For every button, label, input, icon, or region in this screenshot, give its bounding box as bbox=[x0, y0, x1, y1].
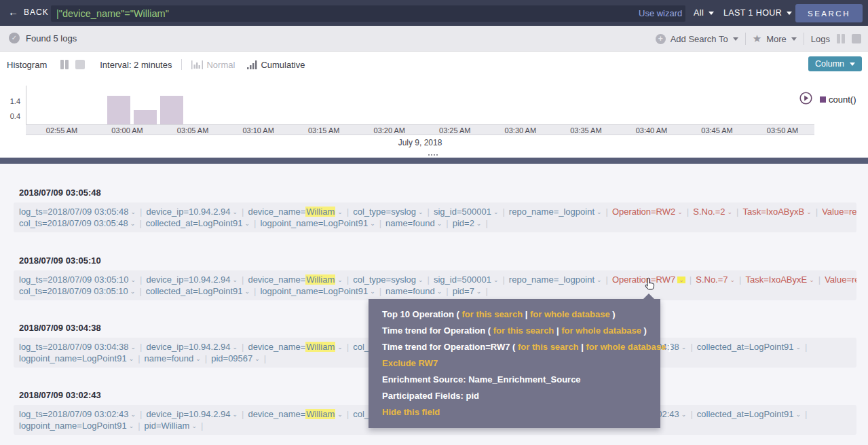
field-dropdown-caret-icon[interactable]: ⌄ bbox=[130, 288, 136, 295]
full-view-icon[interactable] bbox=[75, 60, 85, 69]
field-dropdown-caret-icon[interactable]: ⌄ bbox=[129, 423, 134, 429]
field-dropdown-caret-icon[interactable]: ⌄ bbox=[232, 277, 238, 283]
cumulative-toggle[interactable]: Cumulative bbox=[247, 60, 305, 70]
context-menu-link[interactable]: for whole database bbox=[561, 325, 641, 336]
field-dropdown-caret-icon[interactable]: ⌄ bbox=[232, 344, 238, 351]
log-field-device_ip[interactable]: device_ip=10.94.2.94⌄ bbox=[147, 274, 238, 285]
field-dropdown-caret-icon[interactable]: ⌄ bbox=[493, 209, 499, 215]
histogram-bar[interactable] bbox=[134, 110, 157, 124]
field-dropdown-caret-icon[interactable]: ⌄ bbox=[681, 344, 687, 351]
log-field-logpoint_name[interactable]: logpoint_name=LogPoint91⌄ bbox=[260, 218, 375, 228]
field-dropdown-caret-icon[interactable]: ⌄ bbox=[796, 411, 801, 418]
log-field-device_name[interactable]: device_name=William⌄ bbox=[248, 342, 342, 352]
log-field-pid[interactable]: pid=7⌄ bbox=[453, 286, 482, 296]
log-field-device_ip[interactable]: device_ip=10.94.2.94⌄ bbox=[147, 207, 238, 217]
field-dropdown-caret-icon[interactable]: ⌄ bbox=[796, 344, 801, 351]
field-dropdown-caret-icon[interactable]: ⌄ bbox=[337, 209, 343, 215]
field-dropdown-caret-icon[interactable]: ⌄ bbox=[418, 277, 423, 283]
log-field-log_ts[interactable]: log_ts=2018/07/09 03:04:38⌄ bbox=[19, 342, 136, 352]
log-field-device_ip[interactable]: device_ip=10.94.2.94⌄ bbox=[147, 342, 238, 352]
field-dropdown-caret-icon[interactable]: ⌄ bbox=[191, 423, 197, 429]
field-dropdown-caret-icon[interactable]: ⌄ bbox=[681, 411, 687, 418]
log-field-log_ts[interactable]: log_ts=2018/07/09 03:05:10⌄ bbox=[19, 274, 136, 285]
log-field-col_ts[interactable]: col_ts=2018/07/09 03:05:48⌄ bbox=[19, 218, 135, 228]
field-dropdown-caret-icon[interactable]: ⌄ bbox=[806, 209, 812, 215]
field-dropdown-caret-icon[interactable]: ⌄ bbox=[728, 209, 733, 215]
list-view-icon[interactable] bbox=[837, 34, 845, 43]
log-field-name[interactable]: name=found⌄ bbox=[385, 218, 442, 228]
log-field-sig_id[interactable]: sig_id=500001⌄ bbox=[434, 207, 499, 217]
log-field-col_type[interactable]: col_type=syslog⌄ bbox=[353, 207, 423, 217]
log-field-logpoint_name[interactable]: logpoint_name=LogPoint91⌄ bbox=[19, 353, 134, 363]
column-type-dropdown[interactable]: Column bbox=[808, 56, 862, 71]
field-dropdown-caret-icon[interactable]: ⌄ bbox=[131, 209, 136, 215]
log-field-pid[interactable]: pid=09567⌄ bbox=[211, 353, 260, 363]
log-field-collected_at[interactable]: collected_at=LogPoint91⌄ bbox=[146, 286, 250, 296]
log-field-col_ts[interactable]: col_ts=2018/07/09 03:05:10⌄ bbox=[19, 286, 135, 296]
field-dropdown-caret-icon[interactable]: ⌄ bbox=[245, 288, 250, 295]
field-dropdown-caret-icon[interactable]: ⌄ bbox=[232, 411, 238, 418]
log-field-collected_at[interactable]: collected_at=LogPoint91⌄ bbox=[697, 409, 801, 419]
field-dropdown-caret-icon[interactable]: ⌄ bbox=[245, 220, 250, 227]
context-menu-link[interactable]: for whole database bbox=[586, 342, 666, 352]
log-field-S.No.[interactable]: S.No.=2⌄ bbox=[693, 207, 732, 217]
field-dropdown-caret-icon[interactable]: ⌄ bbox=[130, 220, 136, 227]
time-range-dropdown[interactable]: LAST 1 HOUR bbox=[723, 8, 792, 18]
field-dropdown-caret-icon[interactable]: ⌄ bbox=[437, 220, 442, 227]
back-button[interactable]: ← BACK bbox=[8, 7, 49, 17]
log-field-device_name[interactable]: device_name=William⌄ bbox=[248, 409, 342, 419]
split-view-icon[interactable] bbox=[60, 60, 69, 69]
field-dropdown-caret-icon[interactable]: ⌄ bbox=[809, 277, 814, 283]
field-dropdown-caret-icon[interactable]: ⌄ bbox=[131, 277, 136, 283]
use-wizard-link[interactable]: Use wizard bbox=[639, 8, 682, 18]
log-field-Operation[interactable]: Operation=RW2⌄ bbox=[612, 207, 683, 217]
log-field-name[interactable]: name=found⌄ bbox=[385, 286, 442, 296]
log-field-pid[interactable]: pid=2⌄ bbox=[453, 218, 482, 228]
log-field-logpoint_name[interactable]: logpoint_name=LogPoint91⌄ bbox=[19, 421, 134, 431]
log-field-device_name[interactable]: device_name=William⌄ bbox=[248, 274, 342, 285]
log-field-col_type[interactable]: col_type=syslog⌄ bbox=[353, 274, 423, 285]
log-field-pid[interactable]: pid=William⌄ bbox=[145, 421, 197, 431]
field-dropdown-caret-icon[interactable]: ⌄ bbox=[677, 209, 683, 215]
field-dropdown-caret-icon[interactable]: ⌄ bbox=[131, 411, 136, 418]
scope-dropdown[interactable]: All bbox=[694, 8, 714, 18]
field-dropdown-caret-icon[interactable]: ⌄ bbox=[597, 209, 602, 215]
log-field-S.No.[interactable]: S.No.=7⌄ bbox=[696, 274, 735, 285]
field-dropdown-caret-icon[interactable]: ⌄ bbox=[476, 220, 482, 227]
log-field-Task[interactable]: Task=IxoAByxB⌄ bbox=[743, 207, 812, 217]
context-menu-link[interactable]: Hide this field bbox=[382, 407, 440, 417]
x-axis-scroll-strip[interactable] bbox=[26, 124, 814, 135]
field-dropdown-caret-icon[interactable]: ⌄ bbox=[730, 277, 736, 283]
field-dropdown-caret-icon[interactable]: ⌄ bbox=[337, 411, 343, 418]
context-menu-link[interactable]: for this search bbox=[493, 325, 554, 336]
log-field-device_name[interactable]: device_name=William⌄ bbox=[248, 207, 342, 217]
log-field-Task[interactable]: Task=IxoAByxE⌄ bbox=[746, 274, 814, 285]
field-dropdown-caret-icon[interactable]: ⌄ bbox=[437, 288, 442, 295]
log-field-Value[interactable]: Value=read2⌄ bbox=[822, 207, 856, 217]
log-field-collected_at[interactable]: collected_at=LogPoint91⌄ bbox=[697, 342, 801, 352]
field-dropdown-caret-icon[interactable]: ⌄ bbox=[195, 355, 201, 362]
log-field-repo_name[interactable]: repo_name=_logpoint⌄ bbox=[509, 274, 602, 285]
field-dropdown-caret-icon[interactable]: ⌄ bbox=[370, 220, 375, 227]
field-dropdown-caret-icon[interactable]: ⌄ bbox=[232, 209, 238, 215]
more-button[interactable]: ★ More bbox=[753, 33, 797, 45]
log-field-device_ip[interactable]: device_ip=10.94.2.94⌄ bbox=[147, 409, 238, 419]
histogram-bar[interactable] bbox=[160, 96, 183, 124]
log-field-name[interactable]: name=found⌄ bbox=[145, 353, 201, 363]
normal-toggle[interactable]: Normal bbox=[191, 60, 235, 70]
log-field-Operation[interactable]: Operation=RW7⌄ bbox=[612, 274, 685, 285]
context-menu-link[interactable]: for whole database bbox=[530, 309, 610, 319]
log-field-collected_at[interactable]: collected_at=LogPoint91⌄ bbox=[146, 218, 250, 228]
field-dropdown-caret-icon[interactable]: ⌄ bbox=[254, 355, 260, 362]
log-field-sig_id[interactable]: sig_id=500001⌄ bbox=[434, 274, 499, 285]
context-menu-link[interactable]: for this search bbox=[462, 309, 523, 319]
field-dropdown-caret-icon[interactable]: ⌄ bbox=[418, 209, 423, 215]
field-dropdown-caret-icon[interactable]: ⌄ bbox=[493, 277, 499, 283]
field-dropdown-caret-icon[interactable]: ⌄ bbox=[677, 277, 685, 283]
field-dropdown-caret-icon[interactable]: ⌄ bbox=[131, 344, 136, 351]
histogram-bar[interactable] bbox=[107, 96, 130, 124]
log-field-Value[interactable]: Value=read7⌄ bbox=[825, 274, 856, 285]
context-menu-link[interactable]: for this search bbox=[518, 342, 579, 352]
field-dropdown-caret-icon[interactable]: ⌄ bbox=[370, 288, 375, 295]
search-query-input[interactable]: |"device_name"="William" bbox=[51, 5, 685, 22]
